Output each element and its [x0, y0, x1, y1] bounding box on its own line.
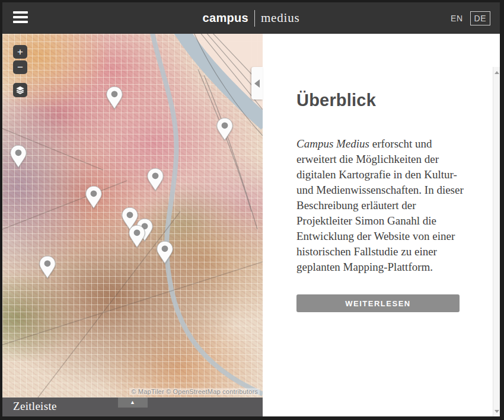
arrow-up-icon: [495, 71, 499, 74]
map-marker[interactable]: [85, 185, 103, 209]
scroll-down-button[interactable]: [493, 407, 500, 415]
map-attribution: © MapTiler © OpenStreetMap contributors: [129, 388, 260, 395]
timeline-expand-button[interactable]: ▲: [118, 397, 148, 408]
panel-collapse-button[interactable]: [251, 67, 263, 100]
zoom-in-button[interactable]: +: [13, 45, 27, 59]
map-column: + − © MapTiler © OpenStreetMap contribut…: [2, 34, 263, 416]
scroll-up-button[interactable]: [493, 68, 500, 76]
logo-campus: campus: [203, 11, 248, 25]
language-en-button[interactable]: EN: [451, 14, 462, 23]
map-marker[interactable]: [128, 225, 146, 248]
language-switcher: EN DE: [451, 2, 490, 34]
app-header: campus medius EN DE: [2, 2, 500, 34]
layers-button[interactable]: [13, 83, 27, 97]
map-marker[interactable]: [106, 86, 123, 110]
panel-intro: Campus Medius erforscht und erweitert di…: [296, 136, 464, 275]
panel-scrollbar[interactable]: [493, 67, 500, 416]
plus-icon: +: [17, 47, 23, 57]
map-marker[interactable]: [9, 145, 27, 168]
layers-icon: [15, 85, 25, 95]
panel-intro-lead: Campus Medius: [296, 137, 369, 150]
panel-content: Überblick Campus Medius erforscht und er…: [263, 34, 467, 312]
minus-icon: −: [17, 62, 23, 72]
read-more-button[interactable]: WEITERLESEN: [296, 294, 460, 312]
language-de-button[interactable]: DE: [470, 11, 490, 25]
map-marker[interactable]: [216, 117, 234, 141]
panel-intro-text: erforscht und erweitert die Möglichkeite…: [296, 137, 464, 273]
app-logo: campus medius: [2, 2, 500, 34]
logo-medius: medius: [261, 11, 299, 25]
map-marker[interactable]: [146, 168, 164, 191]
map-marker[interactable]: [39, 255, 56, 279]
chevron-left-icon: [254, 79, 260, 88]
zoom-out-button[interactable]: −: [13, 60, 27, 74]
chevron-up-icon: ▲: [130, 400, 135, 405]
map-controls: + −: [13, 45, 27, 99]
info-panel: Überblick Campus Medius erforscht und er…: [263, 34, 500, 416]
arrow-down-icon: [495, 410, 499, 413]
map-marker[interactable]: [156, 241, 174, 264]
timeline-label: Zeitleiste: [13, 400, 57, 413]
panel-title: Überblick: [296, 91, 467, 110]
logo-divider: [254, 10, 255, 27]
map[interactable]: + − © MapTiler © OpenStreetMap contribut…: [2, 34, 263, 397]
